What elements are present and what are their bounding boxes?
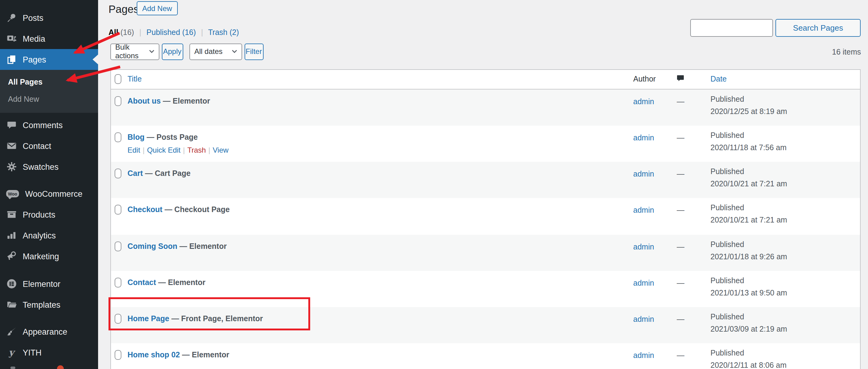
edit-link[interactable]: Edit [127, 146, 140, 154]
author-link[interactable]: admin [633, 351, 654, 360]
page-title-link[interactable]: Home shop 02 [127, 351, 180, 360]
date-text: 2021/03/09 at 2:19 am [710, 325, 787, 334]
no-comments-dash: — [677, 134, 684, 142]
sidebar-item-comments[interactable]: Comments [0, 115, 98, 135]
box-icon [6, 209, 17, 220]
sidebar-item-products[interactable]: Products [0, 204, 98, 225]
trash-link[interactable]: Trash [187, 146, 206, 154]
author-link[interactable]: admin [633, 134, 654, 142]
yith-icon: y [6, 347, 17, 358]
row-checkbox[interactable] [115, 96, 121, 106]
row-checkbox[interactable] [115, 132, 121, 142]
sidebar-item-woocommerce[interactable]: Woo WooCommerce [0, 183, 98, 204]
update-count-badge [57, 365, 64, 369]
date-text: 2020/10/21 at 7:21 am [710, 216, 787, 225]
page-title-suffix: — Front Page, Elementor [171, 314, 263, 323]
table-row: Coming Soon — Elementor admin — Publishe… [111, 235, 860, 271]
page-title-link[interactable]: Coming Soon [127, 242, 178, 250]
sidebar-item-posts[interactable]: Posts [0, 7, 98, 28]
sidebar-item-analytics[interactable]: Analytics [0, 225, 98, 246]
status-text: Published [710, 349, 744, 358]
date-cell: Published2020/12/25 at 8:19 am [710, 93, 787, 117]
author-link[interactable]: admin [633, 279, 654, 287]
no-comments-dash: — [677, 279, 684, 287]
page-title-suffix: — Checkout Page [164, 206, 230, 214]
sidebar-item-yith[interactable]: y YITH [0, 342, 98, 363]
author-link[interactable]: admin [633, 170, 654, 178]
sidebar-item-label: Templates [23, 300, 60, 309]
page-title-link[interactable]: Cart [127, 169, 143, 178]
author-link[interactable]: admin [633, 315, 654, 324]
search-pages-button[interactable]: Search Pages [775, 19, 861, 37]
view-trash-link[interactable]: Trash (2) [208, 28, 239, 37]
page-title-suffix: — Elementor [163, 96, 210, 105]
table-row: Cart — Cart Page admin — Published2020/1… [111, 162, 860, 198]
no-comments-dash: — [677, 242, 684, 251]
status-text: Published [710, 313, 744, 321]
page-title-link[interactable]: Blog [127, 133, 145, 142]
sidebar-item-contact[interactable]: Contact [0, 135, 98, 156]
page-title-link[interactable]: About us [127, 96, 161, 105]
author-link[interactable]: admin [633, 206, 654, 215]
table-row: Home shop 02 — Elementor admin — Publish… [111, 344, 860, 369]
page-title-link[interactable]: Checkout [127, 206, 162, 214]
sidebar-item-add-new[interactable]: Add New [0, 91, 98, 108]
date-cell: Published2021/01/13 at 9:50 am [710, 275, 787, 299]
date-text: 2020/12/11 at 8:06 am [710, 361, 786, 369]
comments-column-icon[interactable] [677, 74, 684, 84]
search-input[interactable] [690, 19, 773, 37]
chevron-down-icon [149, 50, 154, 53]
date-text: 2021/01/13 at 9:50 am [710, 289, 787, 297]
sidebar-item-label: Appearance [23, 327, 67, 336]
no-comments-dash: — [677, 170, 684, 178]
page-title-link[interactable]: Home Page [127, 314, 169, 323]
items-count: 16 items [832, 48, 861, 56]
sidebar-item-label: Marketing [23, 252, 59, 261]
separator: | [201, 28, 203, 37]
column-header-author: Author [633, 74, 656, 83]
column-header-date[interactable]: Date [710, 74, 727, 83]
sidebar-item-pages[interactable]: Pages [0, 49, 98, 70]
row-checkbox[interactable] [115, 314, 121, 324]
column-header-title[interactable]: Title [127, 74, 142, 83]
row-checkbox[interactable] [115, 278, 121, 287]
author-link[interactable]: admin [633, 242, 654, 251]
row-checkbox[interactable] [115, 241, 121, 251]
sidebar-item-all-pages[interactable]: All Pages [0, 73, 98, 91]
apply-button[interactable]: Apply [161, 43, 183, 60]
sidebar-item-label: Posts [23, 13, 43, 22]
all-dates-select[interactable]: All dates [189, 43, 242, 60]
page-title-suffix: — Elementor [182, 351, 229, 360]
comments-icon [6, 120, 17, 130]
author-link[interactable]: admin [633, 97, 654, 106]
sidebar-item-label: Swatches [23, 162, 59, 171]
view-all-link[interactable]: All [108, 28, 118, 37]
admin-sidebar: Posts Media Pages All Pages Add New Comm… [0, 0, 98, 369]
view-link[interactable]: View [213, 146, 229, 154]
row-checkbox[interactable] [115, 205, 121, 215]
date-text: 2020/11/18 at 7:56 am [710, 144, 786, 152]
select-all-checkbox[interactable] [115, 74, 121, 84]
quick-edit-link[interactable]: Quick Edit [147, 146, 181, 154]
page-title-link[interactable]: Contact [127, 278, 156, 287]
sidebar-item-swatches[interactable]: Swatches [0, 156, 98, 177]
bulk-actions-select[interactable]: Bulk actions [110, 43, 159, 60]
row-checkbox[interactable] [115, 168, 121, 178]
sidebar-item-label: Analytics [23, 231, 56, 240]
sidebar-item-marketing[interactable]: Marketing [0, 246, 98, 267]
view-published-link[interactable]: Published (16) [147, 28, 196, 37]
wordpress-pages-screen: Posts Media Pages All Pages Add New Comm… [0, 0, 868, 369]
row-checkbox[interactable] [115, 350, 121, 360]
add-new-button[interactable]: Add New [137, 1, 178, 15]
sidebar-item-elementor[interactable]: Elementor [0, 273, 98, 294]
status-text: Published [710, 204, 744, 212]
sidebar-item-label: Elementor [23, 279, 60, 288]
filter-button[interactable]: Filter [244, 43, 263, 60]
date-cell: Published2020/10/21 at 7:21 am [710, 202, 787, 226]
sidebar-item-media[interactable]: Media [0, 28, 98, 49]
sidebar-item-appearance[interactable]: Appearance [0, 321, 98, 342]
status-text: Published [710, 167, 744, 176]
sidebar-item-templates[interactable]: Templates [0, 294, 98, 315]
woocommerce-icon: Woo [6, 188, 19, 199]
sidebar-item-label: Comments [23, 120, 63, 130]
